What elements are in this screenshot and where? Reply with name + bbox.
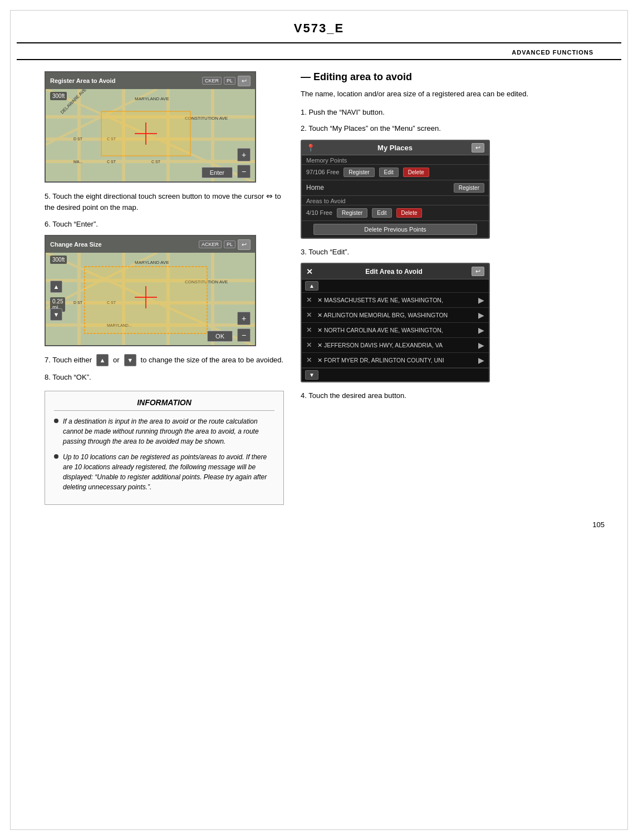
edit-area-title: Edit Area to Avoid (365, 268, 423, 276)
map1-cker-btn[interactable]: CKER (202, 77, 222, 85)
right-step2: 2. Touch “My Places” on the “Menu” scree… (301, 123, 593, 134)
info-text-2: Up to 10 locations can be registered as … (63, 452, 274, 492)
map2-back-btn[interactable]: ↩ (238, 239, 251, 250)
list-scroll-up[interactable]: ▲ (305, 281, 318, 291)
memory-count: 97/106 Free (306, 169, 339, 175)
list-scroll-down[interactable]: ▼ (305, 370, 318, 380)
areas-register-btn[interactable]: Register (337, 208, 367, 218)
left-column: Register Area to Avoid CKER PL ↩ (45, 71, 284, 505)
edit-area-back-btn[interactable]: ↩ (472, 267, 484, 276)
edit-area-row-0[interactable]: ✕ ✕ MASSACHUSETTS AVE NE, WASHINGTON, ▶ (302, 293, 489, 308)
right-step4: 4. Touch the desired area button. (301, 390, 593, 401)
right-column: — Editing area to avoid The name, locati… (301, 71, 593, 505)
edit-area-header: ✕ Edit Area to Avoid ↩ (302, 264, 489, 279)
directional-icon: ⇔ (266, 191, 275, 200)
page-number-container: 105 (0, 516, 638, 540)
edit-area-text-2: ✕ NORTH CAROLINA AVE NE, WASHINGTON, (315, 327, 475, 333)
svg-text:C ST: C ST (151, 160, 161, 164)
home-label: Home (306, 184, 449, 191)
areas-delete-btn[interactable]: Delete (396, 208, 423, 218)
map-change-area: Change Area Size ACKER PL ↩ MARYL (45, 235, 256, 346)
step7-container: 7. Touch either ▲ or ▼ to change the siz… (45, 354, 284, 366)
step7-or: or (113, 355, 120, 366)
map2-size-down[interactable]: ▼ (50, 308, 62, 321)
my-places-title: My Places (377, 144, 413, 152)
info-title: INFORMATION (54, 398, 274, 411)
map2-zoom-in[interactable]: + (237, 312, 251, 325)
section-header-text: ADVANCED FUNCTIONS (512, 49, 593, 56)
memory-edit-btn[interactable]: Edit (379, 168, 399, 177)
right-step3: 3. Touch “Edit”. (301, 247, 593, 258)
page-number: 105 (592, 520, 605, 529)
map2-size-up[interactable]: ▲ (50, 281, 62, 293)
edit-area-row-1[interactable]: ✕ ✕ ARLINGTON MEMORIAL BRG, WASHINGTON ▶ (302, 308, 489, 323)
svg-text:D ST: D ST (73, 137, 83, 141)
map-register-area: Register Area to Avoid CKER PL ↩ (45, 71, 256, 183)
nav-up-row: ▲ (302, 279, 489, 293)
map2-zoom-label: 300ft (50, 256, 67, 264)
size-up-icon[interactable]: ▲ (96, 354, 109, 366)
edit-area-row-3[interactable]: ✕ ✕ JEFFERSON DAVIS HWY, ALEXANDRIA, VA … (302, 338, 489, 353)
info-bullet-2 (54, 454, 58, 459)
step7-suffix: to change the size of the area to be avo… (141, 355, 284, 366)
svg-text:MARYLAND AVE: MARYLAND AVE (135, 96, 169, 101)
main-content: Register Area to Avoid CKER PL ↩ (17, 60, 621, 516)
size-down-icon[interactable]: ▼ (124, 354, 136, 366)
info-item-2: Up to 10 locations can be registered as … (54, 452, 274, 492)
map2-ok-btn[interactable]: OK (207, 331, 233, 342)
header-title: V573_E (294, 21, 344, 36)
map1-zoom-out[interactable]: − (237, 165, 251, 178)
edit-area-row-2[interactable]: ✕ ✕ NORTH CAROLINA AVE NE, WASHINGTON, ▶ (302, 323, 489, 338)
delete-previous-btn[interactable]: Delete Previous Points (313, 224, 477, 235)
edit-area-text-3: ✕ JEFFERSON DAVIS HWY, ALEXANDRIA, VA (315, 342, 475, 348)
memory-points-row: 97/106 Free Register Edit Delete (302, 165, 489, 180)
areas-label: Areas to Avoid (302, 196, 489, 205)
my-places-header: 📍 My Places ↩ (302, 141, 489, 155)
home-row: Home Register (302, 180, 489, 196)
edit-area-text-4: ✕ FORT MYER DR, ARLINGTON COUNTY, UNI (315, 357, 475, 363)
info-text-1: If a destination is input in the area to… (63, 416, 274, 446)
areas-count: 4/10 Free (306, 209, 332, 216)
right-step1: 1. Push the “NAVI” button. (301, 107, 593, 118)
info-box: INFORMATION If a destination is input in… (45, 391, 284, 505)
areas-edit-btn[interactable]: Edit (372, 208, 391, 218)
map1-toolbar-text: Register Area to Avoid (50, 77, 115, 84)
map1-pl-btn[interactable]: PL (224, 77, 235, 85)
memory-delete-btn[interactable]: Delete (403, 168, 429, 177)
my-places-box: 📍 My Places ↩ Memory Points 97/106 Free … (301, 140, 490, 239)
map1-toolbar-btns: CKER PL ↩ (202, 76, 251, 86)
map2-acker-btn[interactable]: ACKER (199, 240, 222, 248)
edit-area-box: ✕ Edit Area to Avoid ↩ ▲ ✕ ✕ MASSACHUSET… (301, 263, 490, 382)
section-header: ADVANCED FUNCTIONS (17, 43, 621, 60)
map1-zoom-label: 300ft (50, 92, 67, 100)
header: V573_E (17, 11, 621, 43)
step7-prefix: 7. Touch either (45, 355, 92, 366)
memory-points-label: Memory Points (302, 155, 489, 165)
info-bullet-1 (54, 419, 58, 423)
map1-enter-btn[interactable]: Enter (202, 167, 233, 178)
right-section-title: — Editing area to avoid (301, 71, 593, 83)
delete-row: Delete Previous Points (302, 221, 489, 238)
map2-toolbar: Change Area Size ACKER PL ↩ (46, 236, 255, 253)
svg-text:CONSTITUTION AVE: CONSTITUTION AVE (185, 116, 228, 121)
edit-area-text-1: ✕ ARLINGTON MEMORIAL BRG, WASHINGTON (315, 312, 475, 318)
svg-text:MA...: MA... (73, 160, 82, 164)
map1-toolbar: Register Area to Avoid CKER PL ↩ (46, 72, 255, 89)
svg-text:C ST: C ST (107, 160, 116, 164)
my-places-back-btn[interactable]: ↩ (472, 143, 484, 153)
map1-zoom-in[interactable]: + (237, 148, 251, 161)
map2-zoom-out[interactable]: − (237, 328, 251, 342)
nav-down-row: ▼ (302, 368, 489, 381)
svg-text:MARYLAND AVE: MARYLAND AVE (135, 260, 169, 265)
edit-area-x-icon: ✕ (306, 267, 313, 276)
step5-text: 5. Touch the eight directional touch scr… (45, 190, 284, 213)
right-intro: The name, location and/or area size of a… (301, 89, 593, 100)
edit-area-row-4[interactable]: ✕ ✕ FORT MYER DR, ARLINGTON COUNTY, UNI … (302, 353, 489, 368)
map1-back-btn[interactable]: ↩ (238, 76, 251, 86)
my-places-icon: 📍 (306, 144, 315, 152)
map2-pl-btn[interactable]: PL (224, 240, 235, 248)
memory-register-btn[interactable]: Register (343, 168, 374, 177)
info-item-1: If a destination is input in the area to… (54, 416, 274, 446)
svg-text:D ST: D ST (73, 301, 83, 304)
home-register-btn[interactable]: Register (454, 183, 484, 193)
